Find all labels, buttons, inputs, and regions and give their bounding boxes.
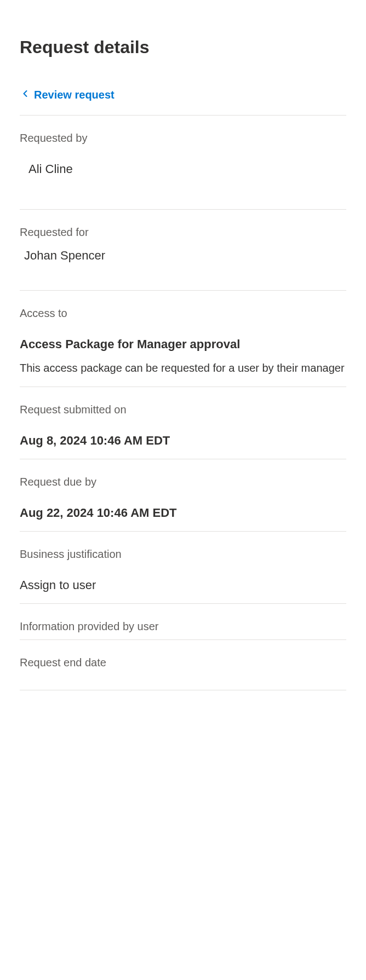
end-date-section: Request end date: [20, 640, 346, 690]
due-by-value: Aug 22, 2024 10:46 AM EDT: [20, 506, 346, 520]
review-request-link[interactable]: Review request: [20, 88, 346, 116]
info-by-user-label: Information provided by user: [20, 620, 346, 633]
access-package-description: This access package can be requested for…: [20, 360, 346, 376]
review-request-label: Review request: [34, 89, 115, 101]
requested-by-section: Requested by Ali Cline: [20, 116, 346, 210]
chevron-left-icon: [20, 88, 34, 102]
submitted-on-value: Aug 8, 2024 10:46 AM EDT: [20, 434, 346, 448]
due-by-section: Request due by Aug 22, 2024 10:46 AM EDT: [20, 459, 346, 532]
access-to-label: Access to: [20, 307, 346, 320]
access-to-section: Access to Access Package for Manager app…: [20, 291, 346, 387]
requested-for-label: Requested for: [20, 226, 346, 239]
justification-label: Business justification: [20, 548, 346, 561]
access-package-name: Access Package for Manager approval: [20, 337, 346, 351]
request-details-container: Request details Review request Requested…: [0, 0, 366, 690]
requested-by-name: Ali Cline: [20, 162, 346, 188]
requested-by-label: Requested by: [20, 132, 346, 145]
submitted-on-label: Request submitted on: [20, 403, 346, 416]
info-by-user-section: Information provided by user: [20, 604, 346, 640]
end-date-label: Request end date: [20, 656, 346, 669]
page-title: Request details: [20, 37, 346, 57]
requested-for-section: Requested for Johan Spencer: [20, 210, 346, 291]
due-by-label: Request due by: [20, 476, 346, 488]
submitted-on-section: Request submitted on Aug 8, 2024 10:46 A…: [20, 387, 346, 459]
requested-for-name: Johan Spencer: [20, 249, 346, 263]
justification-section: Business justification Assign to user: [20, 532, 346, 604]
justification-value: Assign to user: [20, 578, 346, 592]
